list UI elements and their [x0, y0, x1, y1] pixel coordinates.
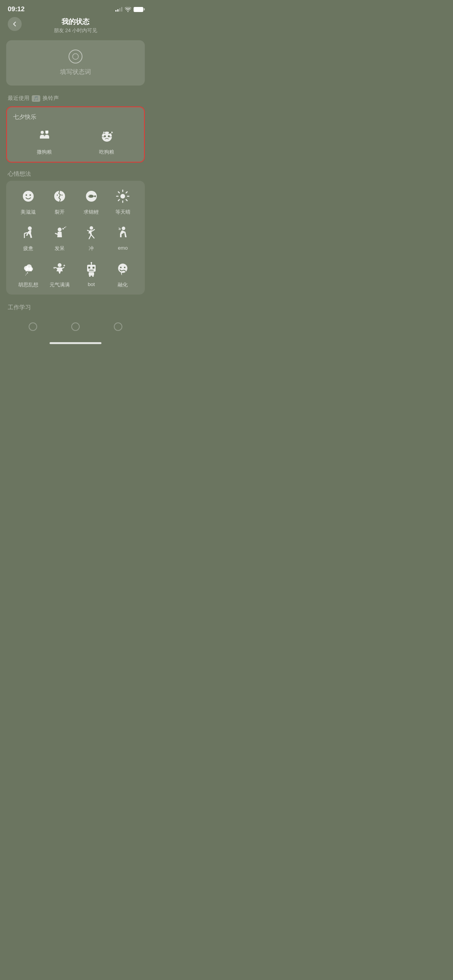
qixi-section: 七夕快乐 撒狗粮 — [6, 106, 145, 163]
svg-point-17 — [62, 195, 63, 196]
back-button[interactable] — [8, 17, 22, 31]
svg-point-58 — [91, 262, 92, 264]
status-item-元气满满[interactable]: 元气满满 — [44, 260, 76, 288]
svg-point-14 — [29, 194, 31, 196]
svg-rect-62 — [89, 270, 94, 271]
wifi-icon — [125, 7, 131, 12]
svg-line-29 — [126, 192, 127, 193]
status-label: 融化 — [118, 281, 128, 288]
status-label: emo — [118, 245, 128, 251]
qixi-title: 七夕快乐 — [13, 113, 138, 121]
work-section-header: 工作学习 — [0, 301, 151, 316]
status-label: 冲 — [89, 245, 94, 252]
mood-section: 美滋滋 裂开 — [6, 181, 145, 295]
status-item-冲[interactable]: 冲 — [76, 223, 107, 252]
mood-grid: 美滋滋 裂开 — [12, 187, 139, 288]
bottom-icon-3[interactable] — [113, 321, 124, 334]
status-label: 美滋滋 — [21, 209, 36, 216]
svg-point-35 — [62, 228, 64, 230]
music-note-icon: 🎵 — [32, 95, 40, 102]
status-label: 求锦鲤 — [84, 209, 99, 216]
bottom-icon-1[interactable] — [27, 321, 38, 334]
status-placeholder: 填写状态词 — [60, 68, 91, 76]
signal-icon — [115, 7, 122, 12]
svg-point-52 — [26, 274, 27, 274]
svg-line-41 — [92, 230, 94, 231]
couple-icon — [35, 127, 54, 146]
svg-line-32 — [24, 233, 27, 233]
svg-line-38 — [55, 233, 57, 234]
ringtone-label: 换铃声 — [43, 95, 59, 102]
smile-icon — [19, 187, 38, 206]
svg-rect-61 — [93, 267, 94, 269]
cat-sad-icon — [98, 127, 116, 146]
page-subtitle: 朋友 24 小时内可见 — [54, 27, 98, 34]
svg-point-54 — [58, 263, 62, 267]
svg-rect-50 — [26, 268, 32, 271]
status-item-胡思乱想[interactable]: 胡思乱想 — [12, 260, 44, 288]
svg-point-66 — [118, 264, 127, 273]
status-item-撒狗粮[interactable]: 撒狗粮 — [13, 127, 76, 156]
svg-rect-65 — [92, 276, 94, 277]
status-item-裂开[interactable]: 裂开 — [44, 187, 76, 216]
thought-icon — [19, 260, 38, 278]
status-item-等天晴[interactable]: 等天晴 — [107, 187, 139, 216]
svg-point-70 — [72, 323, 79, 331]
svg-point-34 — [58, 228, 62, 231]
svg-point-51 — [27, 272, 28, 274]
melt-icon — [113, 260, 132, 278]
svg-line-27 — [118, 192, 120, 193]
bottom-bar — [0, 316, 151, 339]
svg-point-31 — [28, 226, 32, 230]
qixi-grid: 撒狗粮 — [13, 127, 138, 156]
svg-rect-64 — [89, 276, 91, 277]
svg-point-36 — [64, 227, 65, 228]
status-item-bot[interactable]: bot — [76, 260, 107, 288]
cracked-icon — [50, 187, 69, 206]
svg-point-0 — [73, 54, 79, 60]
bot-icon — [82, 260, 101, 278]
status-label: bot — [88, 281, 95, 287]
status-time: 09:12 — [8, 5, 24, 13]
status-item-发呆[interactable]: 发呆 — [44, 223, 76, 252]
status-input-card[interactable]: 填写状态词 — [6, 40, 145, 86]
add-status-icon — [69, 50, 82, 63]
page-title: 我的状态 — [62, 17, 89, 26]
status-item-疲惫[interactable]: 疲惫 — [12, 223, 44, 252]
status-label: 疲惫 — [23, 245, 33, 252]
tired-icon — [19, 223, 38, 242]
svg-point-44 — [122, 227, 125, 230]
work-title: 工作学习 — [8, 304, 31, 310]
svg-point-13 — [26, 194, 27, 196]
status-item-emo[interactable]: emo — [107, 223, 139, 252]
energetic-icon — [50, 260, 69, 278]
mood-title: 心情想法 — [8, 170, 31, 177]
status-label: 吃狗粮 — [99, 149, 114, 156]
status-label: 元气满满 — [50, 281, 70, 288]
svg-point-21 — [89, 195, 89, 196]
status-label: 胡思乱想 — [18, 281, 38, 288]
recent-label: 最近使用 — [8, 95, 29, 102]
svg-line-30 — [118, 200, 120, 201]
status-item-吃狗粮[interactable]: 吃狗粮 — [76, 127, 138, 156]
status-item-美滋滋[interactable]: 美滋滋 — [12, 187, 44, 216]
koi-icon — [82, 187, 101, 206]
status-label: 裂开 — [55, 209, 65, 216]
svg-point-39 — [89, 226, 93, 230]
bottom-icon-2[interactable] — [70, 321, 81, 334]
home-indicator-container — [0, 339, 151, 349]
svg-line-42 — [89, 236, 91, 239]
emo-icon — [113, 223, 132, 242]
status-item-融化[interactable]: 融化 — [107, 260, 139, 288]
status-item-求锦鲤[interactable]: 求锦鲤 — [76, 187, 107, 216]
svg-point-67 — [120, 267, 122, 268]
mood-section-header: 心情想法 — [0, 169, 151, 181]
status-bar: 09:12 — [0, 0, 151, 15]
svg-point-69 — [29, 323, 37, 331]
svg-point-22 — [120, 194, 125, 199]
header: 我的状态 朋友 24 小时内可见 — [0, 15, 151, 40]
svg-point-20 — [88, 195, 94, 198]
svg-line-56 — [62, 267, 64, 269]
recent-section-header: 最近使用 🎵 换铃声 — [0, 92, 151, 105]
status-label: 等天晴 — [115, 209, 130, 216]
